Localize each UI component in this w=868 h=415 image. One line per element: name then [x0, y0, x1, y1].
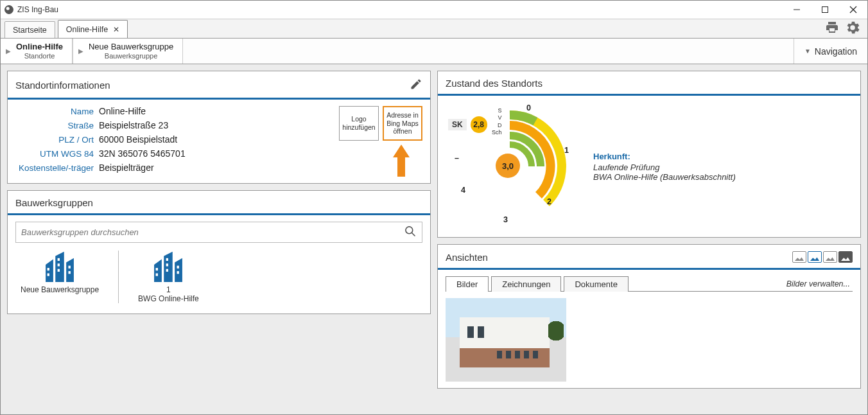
svg-rect-7	[48, 273, 49, 276]
svg-rect-19	[177, 271, 179, 274]
sk-label: SK	[448, 119, 467, 130]
svg-rect-17	[166, 269, 168, 272]
group-item-label: Neue Bauwerksgruppe	[21, 285, 99, 294]
thumbnail-icon[interactable]	[838, 251, 853, 263]
sk-value: 2,8	[471, 116, 487, 133]
search-groups[interactable]	[15, 222, 422, 243]
callout-arrow-icon	[393, 145, 410, 179]
svg-point-4	[406, 227, 413, 234]
svg-rect-8	[58, 258, 60, 261]
chevron-down-icon: ▼	[804, 48, 811, 55]
window-title: ZIS Ing-Bau	[17, 5, 58, 14]
close-button[interactable]	[839, 1, 867, 19]
buildings-icon	[42, 251, 77, 285]
card-views: Ansichten Bilder Zeichnungen Dokumente B…	[437, 244, 861, 389]
buildings-icon	[151, 251, 186, 285]
settings-icon[interactable]	[844, 19, 861, 38]
subtab-zeichnungen[interactable]: Zeichnungen	[491, 276, 561, 292]
card-title: Ansichten	[446, 252, 488, 263]
image-thumbnail[interactable]	[446, 298, 566, 382]
group-item-count: 1	[138, 285, 199, 294]
chevron-right-icon: ▶	[6, 48, 11, 55]
breadcrumb: ▶ Online-Hilfe Standorte ▶ Neue Bauwerks…	[1, 39, 867, 64]
thumbnail-icon[interactable]	[808, 251, 822, 263]
search-input[interactable]	[21, 227, 404, 237]
card-condition: Zustand des Standorts	[437, 71, 861, 238]
svg-rect-1	[822, 7, 828, 13]
svg-rect-11	[69, 266, 71, 269]
app-icon	[4, 5, 13, 14]
svg-rect-9	[58, 263, 60, 266]
thumbnail-icon[interactable]	[823, 251, 837, 263]
ring-labels: S V D Sch	[492, 107, 502, 136]
card-groups: Bauwerksgruppen	[7, 190, 431, 314]
card-title: Standortinformationen	[15, 80, 110, 91]
svg-rect-18	[177, 266, 179, 269]
minimize-button[interactable]	[783, 1, 811, 19]
svg-rect-15	[166, 258, 168, 261]
tabbar: Startseite Online-Hilfe ✕	[1, 19, 867, 39]
svg-rect-13	[156, 268, 158, 270]
breadcrumb-item-0[interactable]: ▶ Online-Hilfe Standorte	[1, 39, 73, 64]
breadcrumb-item-1[interactable]: ▶ Neue Bauwerksgruppe Bauwerksgruppe	[73, 39, 183, 64]
condition-gauge: S V D Sch SK 2,8 3,0 0 1 2 3	[446, 102, 574, 231]
titlebar: ZIS Ing-Bau	[1, 1, 867, 19]
svg-rect-6	[48, 268, 49, 270]
svg-rect-12	[69, 271, 71, 274]
subtab-dokumente[interactable]: Dokumente	[564, 276, 628, 292]
print-icon[interactable]	[824, 20, 840, 37]
svg-line-5	[412, 233, 415, 236]
card-location: Standortinformationen NameOnline-Hilfe S…	[7, 71, 431, 184]
tab-start[interactable]: Startseite	[4, 21, 55, 38]
svg-rect-10	[58, 269, 60, 272]
chevron-right-icon: ▶	[78, 48, 83, 55]
manage-images-link[interactable]: Bilder verwalten...	[786, 279, 853, 288]
group-item-new[interactable]: Neue Bauwerksgruppe	[21, 251, 99, 303]
thumbnail-icon[interactable]	[792, 251, 806, 263]
maximize-button[interactable]	[811, 1, 839, 19]
card-title: Bauwerksgruppen	[15, 197, 93, 208]
close-tab-icon[interactable]: ✕	[113, 25, 119, 34]
open-maps-button[interactable]: Adresse in Bing Maps öffnen	[383, 106, 422, 141]
subtab-bilder[interactable]: Bilder	[446, 276, 489, 292]
search-icon[interactable]	[404, 225, 417, 240]
origin-info: Herkunft: Laufende Prüfung BWA Online-Hi…	[593, 152, 736, 182]
group-item-bwg[interactable]: 1 BWG Online-Hilfe	[138, 251, 199, 303]
gauge-center-value: 3,0	[496, 154, 520, 178]
group-item-label: BWG Online-Hilfe	[138, 294, 199, 303]
add-logo-button[interactable]: Logo hinzufügen	[339, 106, 379, 141]
svg-rect-14	[156, 273, 158, 276]
card-title: Zustand des Standorts	[446, 78, 542, 89]
navigation-toggle[interactable]: ▼ Navigation	[794, 39, 867, 64]
edit-icon[interactable]	[410, 78, 422, 93]
tab-online-hilfe[interactable]: Online-Hilfe ✕	[58, 20, 128, 38]
svg-rect-16	[166, 263, 168, 266]
